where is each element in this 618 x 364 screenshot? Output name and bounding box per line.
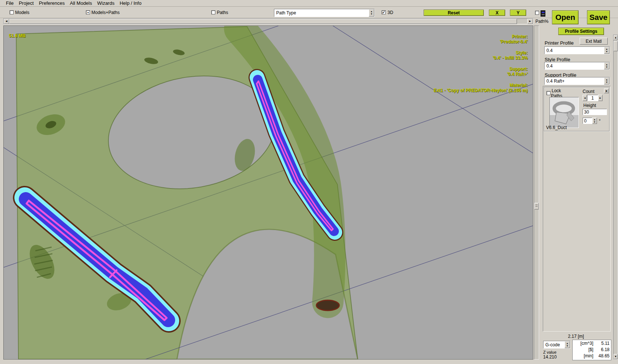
checkbox-3d[interactable]: ✓ — [382, 10, 386, 14]
overlay-printer-label: Printer: — [500, 34, 528, 39]
3d-viewport-canvas[interactable] — [4, 26, 533, 359]
spinner-down-icon: ▼ — [606, 81, 608, 84]
menu-all-models[interactable]: All Models — [70, 0, 92, 6]
model-close-button[interactable]: X — [604, 89, 609, 93]
z-slider[interactable] — [534, 25, 539, 360]
y-view-button[interactable]: Y — [510, 10, 526, 16]
overlay-material: Material: Ext1 - 'Copy of PREDATOR-Neylo… — [434, 83, 528, 93]
model-item[interactable]: Lock Paths Count X ◄ 1 ► — [544, 87, 610, 131]
path-type-dropdown[interactable]: Path Type ▲ ▼ — [274, 9, 375, 17]
style-profile-label: Style Profile — [545, 57, 570, 62]
angle-field[interactable]: 0 — [583, 118, 592, 124]
printer-profile-value: 0.4 — [545, 47, 604, 54]
overlay-material-value: Ext1 - 'Copy of PREDATOR-Neylon' (2.166 … — [434, 88, 528, 93]
scroll-left-icon: ◄ — [5, 20, 8, 23]
save-button[interactable]: Save — [587, 10, 610, 24]
stat-time-value: 48.65 — [593, 353, 610, 359]
path-percent-checkbox[interactable] — [535, 11, 539, 15]
gcode-value: G-code — [544, 341, 565, 348]
path-color-swatch-icon[interactable] — [541, 10, 545, 17]
reset-button[interactable]: Reset — [424, 10, 484, 16]
count-label: Count — [583, 89, 594, 94]
angle-spinner[interactable]: ▲ ▼ — [592, 118, 597, 124]
style-profile-spinner[interactable]: ▲ ▼ — [604, 62, 610, 69]
scroll-left-button[interactable]: ◄ — [4, 19, 9, 24]
overlay-support-value: '0.4 Raft+' — [507, 72, 528, 77]
stat-time: [min] 48.65 — [574, 353, 610, 359]
z-slider-thumb[interactable] — [534, 203, 539, 209]
menu-help-info[interactable]: Help / Info — [119, 0, 141, 6]
scroll-up-button[interactable]: ▲ — [614, 35, 618, 40]
grip-lines-icon — [535, 205, 538, 207]
support-profile-value: 0.4 Raft+ — [545, 77, 604, 84]
printer-profile-dropdown[interactable]: 0.4 ▲ ▼ — [544, 46, 610, 54]
y-button-label: Y — [517, 10, 520, 15]
spinner-up-icon: ▲ — [606, 63, 608, 66]
stat-cost: [$] 6.18 — [574, 347, 610, 353]
gcode-dropdown[interactable]: G-code ▲ ▼ — [543, 341, 570, 349]
printer-profile-label: Printer Profile — [545, 40, 574, 46]
printer-profile-spinner[interactable]: ▲ ▼ — [604, 47, 610, 54]
profile-settings-label: Profile Settings — [565, 29, 597, 34]
scroll-right-button[interactable]: ► — [527, 19, 533, 24]
height-field[interactable]: 30 — [583, 109, 607, 115]
stat-cost-value: 6.18 — [593, 347, 610, 353]
open-button[interactable]: Open — [552, 10, 579, 24]
scroll-right-icon: ► — [529, 20, 532, 23]
path-type-value: Path Type — [274, 9, 369, 17]
panel-scroll-thumb[interactable] — [614, 41, 618, 51]
count-decrement-button[interactable]: ◄ — [583, 95, 587, 101]
overlay-style-label: Style: — [493, 50, 528, 55]
3d-viewport[interactable]: 51.8 MB Printer: 'Predator-0.4' Style: '… — [3, 25, 533, 360]
scroll-down-button[interactable]: ▼ — [614, 354, 618, 359]
profile-settings-button[interactable]: Profile Settings — [558, 28, 604, 35]
scroll-up-icon: ▲ — [614, 36, 617, 39]
support-profile-dropdown[interactable]: 0.4 Raft+ ▲ ▼ — [544, 77, 610, 85]
overlay-style-value: '0.4' - Infill 33.3% — [493, 55, 528, 60]
count-field[interactable]: 1 — [587, 95, 598, 101]
count-left-icon: ◄ — [584, 97, 586, 100]
panel-scrollbar[interactable]: ▲ ▼ — [613, 35, 618, 360]
menu-wizards[interactable]: Wizards — [97, 0, 114, 6]
total-filament-length: 2.17 [m] — [540, 334, 612, 339]
radio-paths[interactable] — [211, 10, 215, 14]
radio-paths-label: Paths — [217, 10, 228, 15]
radio-models-paths[interactable]: ● — [86, 10, 90, 14]
menu-bar: File Project Preferences All Models Wiza… — [0, 0, 618, 7]
menu-file[interactable]: File — [6, 0, 14, 6]
lock-paths-label-line1: Lock — [552, 88, 561, 93]
model-thumbnail[interactable] — [549, 97, 579, 128]
memory-badge: 51.8 MB — [9, 33, 25, 38]
z-value-label: Z value — [543, 350, 556, 354]
spinner-down-icon: ▼ — [606, 66, 608, 69]
radio-models-label: Models — [15, 10, 29, 15]
stat-volume-label: [cm^3] — [574, 340, 593, 347]
z-value: 14.210 — [543, 354, 557, 360]
swatch-gray — [542, 14, 545, 15]
menu-project[interactable]: Project — [19, 0, 34, 6]
menu-preferences[interactable]: Preferences — [39, 0, 65, 6]
ext-matl-button[interactable]: Ext Matl — [580, 38, 608, 45]
angle-degree-unit: ° — [599, 118, 601, 124]
path-percent-label: Path% — [535, 19, 548, 24]
x-view-button[interactable]: X — [489, 10, 505, 16]
lock-paths-checkbox[interactable] — [546, 91, 551, 95]
model-name: V6.6_Duct — [546, 125, 567, 130]
count-increment-button[interactable]: ► — [598, 95, 603, 101]
path-percent-scroll-thumb[interactable] — [9, 19, 517, 24]
spinner-down-icon: ▼ — [371, 13, 373, 15]
checkbox-3d-label: 3D — [388, 10, 393, 15]
radio-models[interactable] — [10, 10, 14, 14]
spinner-up-icon: ▲ — [371, 10, 373, 13]
path-type-spinner[interactable]: ▲ ▼ — [369, 9, 374, 17]
path-percent-scrollbar[interactable]: ◄ ► — [3, 18, 533, 24]
stat-time-label: [min] — [574, 353, 593, 359]
overlay-support: Support: '0.4 Raft+' — [507, 66, 528, 77]
overlay-support-label: Support: — [507, 66, 528, 72]
spinner-down-icon: ▼ — [594, 121, 596, 124]
support-profile-spinner[interactable]: ▲ ▼ — [604, 77, 610, 84]
gcode-spinner[interactable]: ▲ ▼ — [565, 341, 570, 348]
overlay-style: Style: '0.4' - Infill 33.3% — [493, 50, 528, 60]
spinner-up-icon: ▲ — [606, 48, 608, 51]
style-profile-dropdown[interactable]: 0.4 ▲ ▼ — [544, 62, 610, 70]
